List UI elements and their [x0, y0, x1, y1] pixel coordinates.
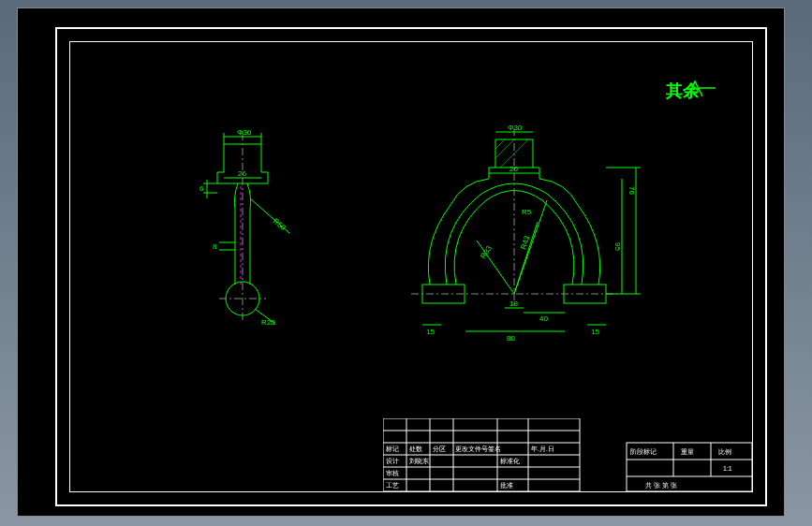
dim-r-top-dia: Φ30: [508, 124, 523, 132]
tb-r1c3: 分区: [433, 446, 446, 452]
tb-r1c5: 年.月.日: [531, 446, 554, 452]
left-part-view: Φ30 26 6 R50 8 R20: [168, 125, 317, 341]
tb-r1c2: 处数: [409, 446, 422, 452]
dim-r-width: 26: [509, 165, 518, 173]
svg-line-45: [477, 241, 514, 294]
svg-point-0: [692, 88, 698, 94]
title-block: 标记 处数 分区 更改文件号签名 年.月.日 设计 刘晓东 标准化 审核 工艺 …: [383, 418, 753, 493]
dim-left-top-dia: Φ30: [237, 128, 252, 137]
dim-r-18: 18: [509, 300, 518, 308]
cad-viewport[interactable]: 其余 Φ30 26: [17, 7, 785, 517]
tb-r2c1: 设计: [386, 458, 399, 464]
dim-r-80: 80: [507, 334, 515, 343]
dim-r-15l: 15: [426, 328, 435, 336]
svg-line-34: [495, 139, 505, 149]
svg-line-35: [495, 139, 514, 158]
dim-left-angle: R50: [272, 217, 288, 233]
svg-rect-33: [564, 285, 606, 303]
right-part-view: Φ30 26 76 95 R33 R43 R5 15 18 40 15 80: [383, 121, 664, 364]
tb-rb-r2c3: 1:1: [723, 465, 732, 472]
dim-left-radius: R20: [261, 318, 275, 327]
dim-r-15r: 15: [591, 328, 599, 336]
dim-left-width: 26: [238, 169, 246, 178]
dim-left-h1: 6: [199, 184, 204, 193]
tb-r2c3: 标准化: [499, 458, 520, 464]
dim-left-8: 8: [213, 242, 217, 251]
tb-rb-r1c3: 比例: [718, 448, 731, 455]
tb-r4c1: 工艺: [386, 482, 399, 489]
tb-rb-r1c1: 阶段标记: [630, 448, 657, 455]
dim-r-r3: R5: [522, 208, 532, 216]
dim-r-h2: 95: [613, 242, 622, 251]
dim-r-40: 40: [539, 314, 548, 323]
tb-r1c4: 更改文件号签名: [455, 446, 501, 453]
tb-r3c1: 审核: [386, 470, 399, 477]
tb-rb-r1c2: 重量: [681, 448, 694, 455]
dim-r-h1: 76: [627, 186, 636, 195]
tb-rb-r3: 共 张 第 张: [645, 482, 677, 489]
tb-r2c2: 刘晓东: [409, 458, 429, 464]
tb-r4c2: 批准: [500, 482, 513, 489]
tb-r1c1: 标记: [385, 446, 399, 452]
surface-finish-icon: [686, 80, 718, 103]
